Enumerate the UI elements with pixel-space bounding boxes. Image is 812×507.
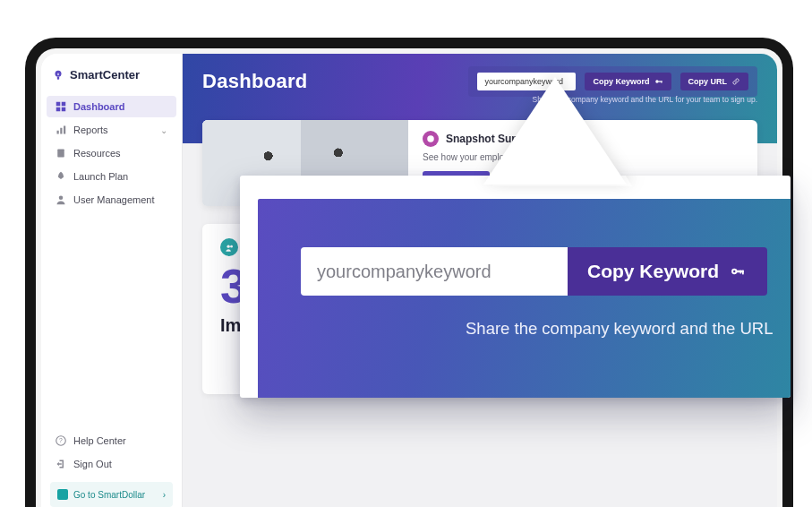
copy-url-button[interactable]: Copy URL (680, 73, 749, 90)
sidebar-help-center[interactable]: ? Help Center (47, 430, 176, 451)
chart-icon (56, 125, 66, 135)
sidebar-nav: Dashboard Reports ⌄ Resources Launch Pla… (41, 94, 182, 214)
user-icon (56, 194, 66, 205)
svg-rect-3 (62, 102, 66, 107)
svg-rect-5 (62, 107, 66, 112)
svg-rect-7 (60, 128, 62, 134)
go-to-smartdollar-link[interactable]: Go to SmartDollar › (50, 482, 173, 507)
callout-copy-keyword-label: Copy Keyword (587, 261, 719, 282)
sidebar: SmartCenter Dashboard Reports ⌄ Resource… (41, 54, 183, 507)
svg-rect-25 (742, 271, 744, 275)
svg-point-17 (227, 245, 229, 247)
sidebar-footer: ? Help Center Sign Out Go to SmartDollar… (41, 423, 182, 507)
sidebar-item-label: Launch Plan (73, 171, 128, 182)
sidebar-sign-out[interactable]: Sign Out (47, 453, 176, 475)
doc-icon (56, 148, 66, 159)
keyword-callout: Copy Keyword Share the company keyword a… (240, 176, 791, 398)
help-icon: ? (56, 435, 66, 446)
signout-icon (56, 459, 66, 469)
sidebar-item-label: Help Center (73, 435, 126, 446)
keyword-callout-inner: Copy Keyword Share the company keyword a… (258, 199, 791, 398)
people-icon (220, 238, 238, 256)
callout-hint: Share the company keyword and the URL (301, 319, 791, 339)
sidebar-item-label: Reports (73, 125, 108, 135)
callout-pointer (483, 77, 627, 185)
svg-rect-8 (64, 126, 65, 134)
brand-name: SmartCenter (70, 68, 140, 82)
svg-rect-2 (56, 102, 61, 107)
svg-point-10 (59, 196, 64, 201)
svg-point-23 (733, 271, 735, 272)
link-icon (731, 77, 740, 86)
chevron-down-icon: ⌄ (160, 125, 167, 135)
sidebar-item-label: Dashboard (73, 101, 124, 112)
rocket-icon (56, 171, 66, 182)
callout-keyword-input[interactable] (301, 247, 568, 296)
grid-icon (56, 101, 66, 112)
svg-rect-4 (56, 107, 61, 112)
smartdollar-label: Go to SmartDollar (73, 490, 145, 500)
sidebar-item-label: Resources (73, 148, 121, 159)
svg-text:?: ? (59, 437, 63, 443)
svg-rect-26 (740, 271, 742, 274)
svg-rect-6 (57, 131, 59, 134)
key-icon (654, 77, 663, 86)
brand: SmartCenter (41, 54, 182, 94)
svg-point-16 (427, 135, 434, 142)
sidebar-item-label: Sign Out (73, 459, 112, 469)
svg-point-18 (230, 245, 233, 247)
svg-rect-9 (57, 150, 64, 158)
sidebar-item-dashboard[interactable]: Dashboard (47, 96, 176, 117)
sidebar-item-launch-plan[interactable]: Launch Plan (47, 166, 176, 187)
brand-lightbulb-icon (52, 69, 64, 82)
chevron-right-icon: › (163, 490, 166, 500)
svg-rect-15 (661, 81, 662, 83)
smartdollar-icon (57, 489, 68, 500)
copy-url-label: Copy URL (688, 77, 728, 86)
svg-point-13 (655, 80, 658, 82)
sidebar-item-resources[interactable]: Resources (47, 142, 176, 164)
sidebar-item-reports[interactable]: Reports ⌄ (47, 119, 176, 141)
svg-rect-1 (57, 76, 59, 79)
callout-copy-keyword-button[interactable]: Copy Keyword (568, 247, 767, 296)
key-icon (730, 263, 746, 279)
callout-input-row: Copy Keyword (301, 247, 791, 296)
sidebar-item-user-management[interactable]: User Management (47, 189, 176, 211)
sidebar-item-label: User Management (73, 194, 155, 205)
snapshot-badge-icon (423, 131, 439, 147)
